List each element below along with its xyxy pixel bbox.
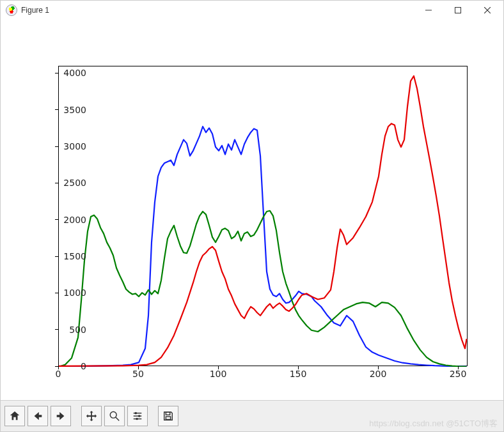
home-button[interactable] <box>4 406 25 426</box>
close-button[interactable] <box>473 1 502 20</box>
back-button[interactable] <box>28 406 48 426</box>
move-icon <box>86 410 97 422</box>
matplotlib-toolbar: https://blog.csdn.net @51CTO博客 <box>1 400 503 431</box>
svg-point-9 <box>138 415 141 417</box>
svg-rect-12 <box>166 412 169 415</box>
minimize-icon <box>425 7 432 13</box>
matplotlib-icon <box>6 4 17 16</box>
plot-axes <box>58 66 468 366</box>
series-red <box>59 76 467 366</box>
svg-rect-13 <box>166 417 170 420</box>
maximize-button[interactable] <box>443 1 473 20</box>
svg-line-5 <box>116 417 119 420</box>
watermark-text: https://blog.csdn.net @51CTO博客 <box>369 418 498 429</box>
zoom-button[interactable] <box>104 406 125 426</box>
xtick-label: 150 <box>290 369 307 379</box>
ytick-label: 1500 <box>54 251 86 261</box>
series-svg <box>59 66 468 367</box>
home-icon <box>9 410 20 422</box>
titlebar: Figure 1 <box>1 1 503 20</box>
series-green <box>59 211 467 367</box>
ytick-label: 1000 <box>54 288 86 298</box>
forward-button[interactable] <box>51 406 71 426</box>
close-icon <box>484 7 491 13</box>
xtick-label: 50 <box>132 369 144 379</box>
ytick-label: 3000 <box>54 141 86 151</box>
pan-button[interactable] <box>81 406 102 426</box>
xtick-label: 100 <box>210 369 227 379</box>
series-blue <box>59 127 467 367</box>
xtick-label: 250 <box>450 369 467 379</box>
svg-point-4 <box>110 412 116 418</box>
ytick-label: 2500 <box>54 178 86 188</box>
maximize-icon <box>455 7 461 13</box>
svg-rect-1 <box>455 8 461 13</box>
svg-point-11 <box>136 418 138 420</box>
ytick-label: 3500 <box>54 105 86 115</box>
ytick-label: 2000 <box>54 215 86 225</box>
ytick-label: 500 <box>54 325 86 335</box>
zoom-icon <box>109 410 120 422</box>
arrow-left-icon <box>32 410 43 422</box>
figure-window: Figure 1 0500100015002000250030003500400… <box>0 0 504 432</box>
ytick-label: 4000 <box>54 68 86 78</box>
save-button[interactable] <box>158 406 178 426</box>
xtick-label: 0 <box>56 369 61 379</box>
minimize-button[interactable] <box>414 1 443 20</box>
xtick-label: 200 <box>370 369 387 379</box>
sliders-icon <box>132 410 143 422</box>
configure-button[interactable] <box>127 406 148 426</box>
arrow-right-icon <box>55 410 67 422</box>
window-title: Figure 1 <box>21 6 49 15</box>
svg-point-7 <box>135 412 138 415</box>
figure-canvas[interactable]: 0500100015002000250030003500400005010015… <box>1 20 503 400</box>
save-icon <box>162 410 174 422</box>
